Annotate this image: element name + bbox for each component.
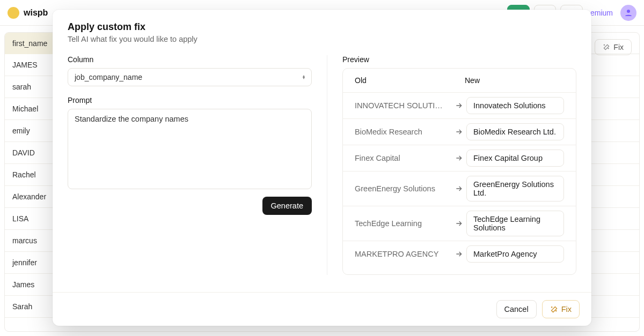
- preview-new-value[interactable]: GreenEnergy Solutions Ltd.: [466, 176, 564, 201]
- arrow-right-icon: [451, 184, 466, 193]
- fix-button-label: Fix: [561, 305, 572, 313]
- arrow-right-icon: [455, 128, 463, 136]
- arrow-right-icon: [455, 219, 463, 228]
- premium-link[interactable]: emium: [590, 9, 613, 17]
- arrow-right-icon: [451, 154, 466, 162]
- preview-label: Preview: [342, 55, 576, 64]
- user-icon: [624, 8, 633, 18]
- preview-old-value: INNOVATECH SOLUTI…: [355, 101, 451, 110]
- preview-rows: INNOVATECH SOLUTI…Innovatech SolutionsBi…: [343, 92, 576, 267]
- table-fix-button[interactable]: Fix: [595, 39, 632, 55]
- preview-row: MARKETPRO AGENCYMarketPro Agency: [343, 241, 576, 267]
- column-select-value: job_company_name: [75, 73, 142, 81]
- preview-card: Old New INNOVATECH SOLUTI…Innovatech Sol…: [342, 68, 576, 275]
- preview-old-value: MARKETPRO AGENCY: [355, 250, 451, 258]
- preview-old-value: Finex Capital: [355, 154, 451, 162]
- prompt-input[interactable]: [68, 109, 312, 189]
- modal-left-column: Column job_company_name ▴▾ Prompt Genera…: [68, 55, 312, 275]
- arrow-right-icon: [455, 250, 463, 258]
- preview-row: INNOVATECH SOLUTI…Innovatech Solutions: [343, 92, 576, 118]
- preview-new-value[interactable]: BioMedix Research Ltd.: [466, 123, 564, 140]
- arrow-right-icon: [455, 154, 463, 162]
- preview-header: Old New: [343, 69, 576, 92]
- wand-icon: [603, 43, 610, 51]
- svg-point-0: [627, 10, 630, 13]
- arrow-right-icon: [451, 128, 466, 136]
- logo-icon: [8, 7, 19, 19]
- column-select[interactable]: job_company_name ▴▾: [68, 68, 312, 86]
- column-label: Column: [68, 55, 312, 64]
- preview-new-value[interactable]: TechEdge Learning Solutions: [466, 211, 564, 236]
- preview-header-new: New: [465, 76, 480, 85]
- preview-new-value[interactable]: Finex Capital Group: [466, 150, 564, 167]
- modal-footer: Cancel Fix: [53, 292, 591, 326]
- arrow-right-icon: [451, 219, 466, 228]
- wand-icon: [550, 305, 558, 313]
- modal-right-column: Preview Old New INNOVATECH SOLUTI…Innova…: [342, 55, 576, 275]
- cancel-button[interactable]: Cancel: [496, 300, 537, 318]
- preview-row: TechEdge LearningTechEdge Learning Solut…: [343, 206, 576, 241]
- preview-header-old: Old: [355, 76, 465, 85]
- preview-row: BioMedix ResearchBioMedix Research Ltd.: [343, 118, 576, 145]
- modal-subtitle: Tell AI what fix you would like to apply: [68, 35, 576, 43]
- arrow-right-icon: [451, 250, 466, 258]
- preview-new-value[interactable]: MarketPro Agency: [466, 245, 564, 263]
- brand-name: wispb: [24, 8, 48, 18]
- select-caret-icon: ▴▾: [303, 75, 305, 79]
- column-separator: [327, 55, 327, 275]
- arrow-right-icon: [455, 101, 463, 110]
- table-fix-label: Fix: [613, 43, 624, 51]
- generate-button[interactable]: Generate: [262, 197, 312, 215]
- preview-old-value: BioMedix Research: [355, 128, 451, 136]
- column-header-first-name[interactable]: first_name: [5, 33, 58, 54]
- fix-button[interactable]: Fix: [542, 300, 580, 318]
- arrow-right-icon: [451, 101, 466, 110]
- prompt-label: Prompt: [68, 96, 312, 104]
- avatar[interactable]: [620, 5, 636, 21]
- preview-row: GreenEnergy SolutionsGreenEnergy Solutio…: [343, 171, 576, 206]
- preview-old-value: GreenEnergy Solutions: [355, 184, 451, 193]
- preview-new-value[interactable]: Innovatech Solutions: [466, 97, 564, 114]
- apply-custom-fix-modal: Apply custom fix Tell AI what fix you wo…: [53, 10, 591, 326]
- preview-row: Finex CapitalFinex Capital Group: [343, 145, 576, 171]
- modal-title: Apply custom fix: [68, 21, 576, 33]
- arrow-right-icon: [455, 184, 463, 193]
- preview-old-value: TechEdge Learning: [355, 219, 451, 228]
